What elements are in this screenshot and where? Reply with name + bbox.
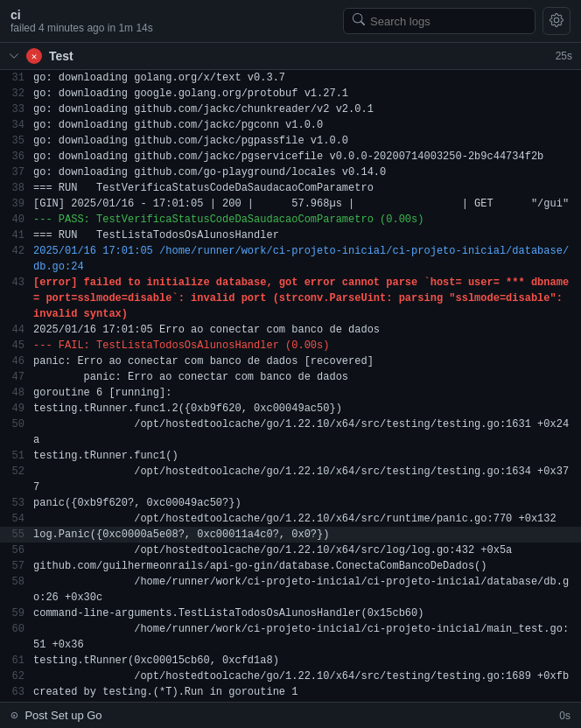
log-text: === RUN TestVerificaStatusCodeDaSaudacao… xyxy=(33,180,574,196)
line-number: 59 xyxy=(7,606,33,621)
settings-button[interactable] xyxy=(542,7,570,35)
log-text: /home/runner/work/ci-projeto-inicial/ci-… xyxy=(33,574,574,606)
line-number: 35 xyxy=(7,133,33,149)
table-row: 62 /opt/hostedtoolcache/go/1.22.10/x64/s… xyxy=(0,668,581,684)
log-text: go: downloading github.com/jackc/pgpassf… xyxy=(33,133,574,149)
line-number: 48 xyxy=(7,385,33,401)
table-row: 38=== RUN TestVerificaStatusCodeDaSaudac… xyxy=(0,180,581,196)
line-number: 58 xyxy=(7,574,33,590)
log-text: panic({0xb9f620?, 0xc00049ac50?}) xyxy=(33,495,574,511)
footer-duration: 0s xyxy=(559,710,570,722)
line-number: 49 xyxy=(7,401,33,416)
log-text: /opt/hostedtoolcache/go/1.22.10/x64/src/… xyxy=(33,416,574,448)
table-row: 48goroutine 6 [running]: xyxy=(0,385,581,401)
line-number: 33 xyxy=(7,102,33,117)
log-text: testing.tRunner(0xc00015cb60, 0xcfd1a8) xyxy=(33,653,574,668)
log-text: log.Panic({0xc0000a5e08?, 0xc00011a4c0?,… xyxy=(33,527,574,542)
log-text: go: downloading google.golang.org/protob… xyxy=(33,86,574,102)
table-row: 50 /opt/hostedtoolcache/go/1.22.10/x64/s… xyxy=(0,416,581,448)
table-row: 33go: downloading github.com/jackc/chunk… xyxy=(0,102,581,117)
table-row: 43[error] failed to initialize database,… xyxy=(0,275,581,322)
collapse-button[interactable] xyxy=(9,51,19,61)
search-box[interactable] xyxy=(343,8,536,34)
log-text: /opt/hostedtoolcache/go/1.22.10/x64/src/… xyxy=(33,464,574,495)
table-row: 36go: downloading github.com/jackc/pgser… xyxy=(0,149,581,164)
app-subtitle: failed 4 minutes ago in 1m 14s xyxy=(10,22,153,34)
line-number: 52 xyxy=(7,464,33,480)
log-text: github.com/guilhermeonrails/api-go-gin/d… xyxy=(33,558,574,574)
table-row: 59command-line-arguments.TestListaTodosO… xyxy=(0,606,581,621)
log-text: [error] failed to initialize database, g… xyxy=(33,275,574,322)
table-row: 53panic({0xb9f620?, 0xc00049ac50?}) xyxy=(0,495,581,511)
table-row: 52 /opt/hostedtoolcache/go/1.22.10/x64/s… xyxy=(0,464,581,495)
table-row: 57github.com/guilhermeonrails/api-go-gin… xyxy=(0,558,581,574)
table-row: 56 /opt/hostedtoolcache/go/1.22.10/x64/s… xyxy=(0,542,581,558)
table-row: 60 /home/runner/work/ci-projeto-inicial/… xyxy=(0,621,581,653)
line-number: 62 xyxy=(7,668,33,684)
log-text: /opt/hostedtoolcache/go/1.22.10/x64/src/… xyxy=(33,511,574,527)
log-text: === RUN TestListaTodosOsAlunosHandler xyxy=(33,228,574,243)
line-number: 51 xyxy=(7,448,33,464)
log-area[interactable]: 31go: downloading golang.org/x/text v0.3… xyxy=(0,70,581,702)
header-info: ci failed 4 minutes ago in 1m 14s xyxy=(10,8,153,34)
log-text: [GIN] 2025/01/16 - 17:01:05 | 200 | 57.9… xyxy=(33,196,574,212)
table-row: 46panic: Erro ao conectar com banco de d… xyxy=(0,354,581,369)
line-number: 61 xyxy=(7,653,33,668)
footer-label: Post Set up Go xyxy=(24,709,102,722)
table-row: 40--- PASS: TestVerificaStatusCodeDaSaud… xyxy=(0,212,581,228)
line-number: 56 xyxy=(7,542,33,558)
line-number: 31 xyxy=(7,70,33,86)
line-number: 40 xyxy=(7,212,33,228)
line-number: 60 xyxy=(7,621,33,637)
section-header: ✕ Test 25s xyxy=(0,43,581,70)
table-row: 63created by testing.(*T).Run in gorouti… xyxy=(0,684,581,700)
table-row: 45--- FAIL: TestListaTodosOsAlunosHandle… xyxy=(0,338,581,354)
error-indicator: ✕ xyxy=(26,48,42,64)
section-title: Test xyxy=(49,49,549,63)
line-number: 41 xyxy=(7,228,33,243)
gear-icon xyxy=(550,13,564,30)
log-text: go: downloading github.com/jackc/pgconn … xyxy=(33,117,574,133)
line-number: 38 xyxy=(7,180,33,196)
table-row: 49testing.tRunner.func1.2({0xb9f620, 0xc… xyxy=(0,401,581,416)
log-text: go: downloading github.com/jackc/pgservi… xyxy=(33,149,574,164)
log-text: 2025/01/16 17:01:05 /home/runner/work/ci… xyxy=(33,243,574,275)
log-text: panic: Erro ao conectar com banco de dad… xyxy=(33,369,574,385)
line-number: 34 xyxy=(7,117,33,133)
line-number: 42 xyxy=(7,243,33,259)
table-row: 39[GIN] 2025/01/16 - 17:01:05 | 200 | 57… xyxy=(0,196,581,212)
table-row: 54 /opt/hostedtoolcache/go/1.22.10/x64/s… xyxy=(0,511,581,527)
table-row: 31go: downloading golang.org/x/text v0.3… xyxy=(0,70,581,86)
line-number: 50 xyxy=(7,416,33,432)
spinner-icon: ⊙ xyxy=(10,708,18,723)
table-row: 35go: downloading github.com/jackc/pgpas… xyxy=(0,133,581,149)
table-row: 442025/01/16 17:01:05 Erro ao conectar c… xyxy=(0,322,581,338)
log-text: 2025/01/16 17:01:05 Erro ao conectar com… xyxy=(33,322,574,338)
log-text: --- FAIL: TestListaTodosOsAlunosHandler … xyxy=(33,338,574,354)
log-text: goroutine 6 [running]: xyxy=(33,385,574,401)
search-input[interactable] xyxy=(370,15,526,28)
table-row: 41=== RUN TestListaTodosOsAlunosHandler xyxy=(0,228,581,243)
search-icon xyxy=(353,13,365,29)
log-text: /home/runner/work/ci-projeto-inicial/ci-… xyxy=(33,621,574,653)
log-text: go: downloading golang.org/x/text v0.3.7 xyxy=(33,70,574,86)
line-number: 37 xyxy=(7,164,33,180)
line-number: 32 xyxy=(7,86,33,102)
table-row: 51testing.tRunner.func1() xyxy=(0,448,581,464)
line-number: 53 xyxy=(7,495,33,511)
line-number: 39 xyxy=(7,196,33,212)
log-text: command-line-arguments.TestListaTodosOsA… xyxy=(33,606,574,621)
line-number: 57 xyxy=(7,558,33,574)
section-duration: 25s xyxy=(556,50,572,62)
line-number: 55 xyxy=(7,527,33,542)
line-number: 46 xyxy=(7,354,33,369)
table-row: 55log.Panic({0xc0000a5e08?, 0xc00011a4c0… xyxy=(0,527,581,542)
app-title: ci xyxy=(10,8,153,22)
line-number: 44 xyxy=(7,322,33,338)
log-text: go: downloading github.com/go-playground… xyxy=(33,164,574,180)
table-row: 422025/01/16 17:01:05 /home/runner/work/… xyxy=(0,243,581,275)
line-number: 36 xyxy=(7,149,33,164)
log-text: --- PASS: TestVerificaStatusCodeDaSaudac… xyxy=(33,212,574,228)
table-row: 34go: downloading github.com/jackc/pgcon… xyxy=(0,117,581,133)
line-number: 54 xyxy=(7,511,33,527)
